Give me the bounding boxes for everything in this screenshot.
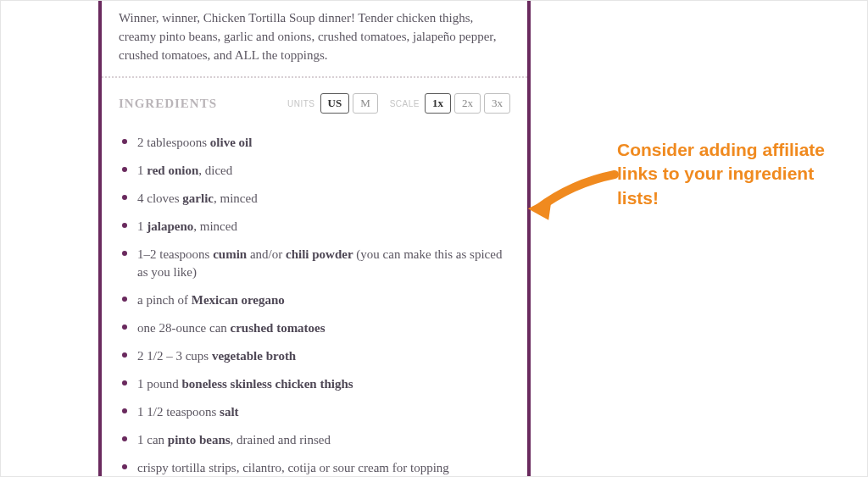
scale-2x-button[interactable]: 2x (454, 93, 481, 114)
list-item: 2 1/2 – 3 cups vegetable broth (119, 342, 510, 370)
list-item: 1 pound boneless skinless chicken thighs (119, 370, 510, 398)
scale-label: SCALE (390, 99, 420, 108)
scale-group: SCALE 1x 2x 3x (390, 93, 510, 114)
units-m-button[interactable]: M (353, 93, 378, 114)
recipe-card: Winner, winner, Chicken Tortilla Soup di… (98, 0, 531, 477)
units-buttons: US M (320, 93, 378, 114)
list-item: one 28-ounce can crushed tomatoes (119, 314, 510, 342)
units-group: UNITS US M (287, 93, 378, 114)
list-item: 1–2 teaspoons cumin and/or chili powder … (119, 241, 510, 286)
ingredients-title: INGREDIENTS (119, 97, 217, 111)
ingredient-toggles: UNITS US M SCALE 1x 2x 3x (287, 93, 510, 114)
arrow-icon (521, 166, 623, 234)
recipe-description: Winner, winner, Chicken Tortilla Soup di… (102, 0, 527, 78)
units-us-button[interactable]: US (320, 93, 350, 114)
list-item: 1 can pinto beans, drained and rinsed (119, 426, 510, 454)
ingredients-header: INGREDIENTS UNITS US M SCALE 1x 2x 3x (102, 78, 527, 114)
list-item: 1 red onion, diced (119, 157, 510, 185)
annotation-callout: Consider adding affiliate links to your … (617, 138, 837, 210)
units-label: UNITS (287, 99, 315, 108)
list-item: 1 1/2 teaspoons salt (119, 398, 510, 426)
scale-1x-button[interactable]: 1x (425, 93, 451, 114)
list-item: crispy tortilla strips, cilantro, cotija… (119, 454, 510, 477)
list-item: a pinch of Mexican oregano (119, 286, 510, 314)
ingredient-list: 2 tablespoons olive oil 1 red onion, dic… (102, 114, 527, 477)
scale-3x-button[interactable]: 3x (484, 93, 510, 114)
list-item: 2 tablespoons olive oil (119, 129, 510, 157)
list-item: 1 jalapeno, minced (119, 213, 510, 241)
scale-buttons: 1x 2x 3x (425, 93, 510, 114)
list-item: 4 cloves garlic, minced (119, 185, 510, 213)
